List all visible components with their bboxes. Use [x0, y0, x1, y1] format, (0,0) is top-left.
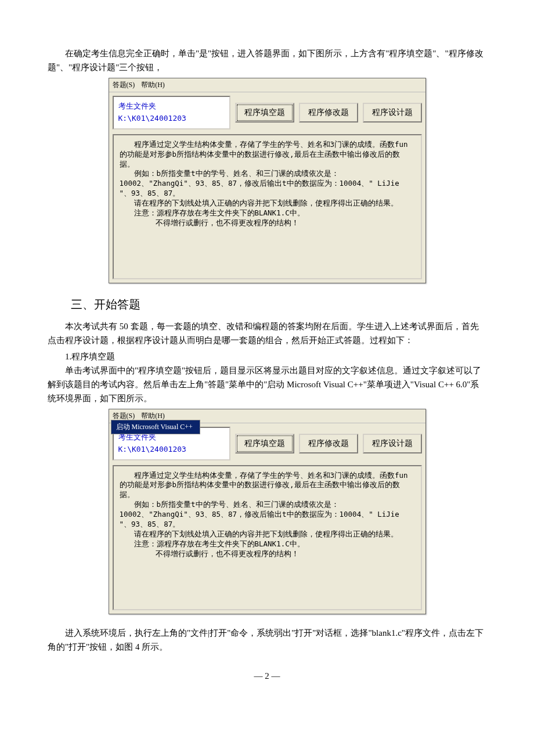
question-text-2: 程序通过定义学生结构体变量，存储了学生的学号、姓名和3门课的成绩。函数fun的功… [113, 465, 422, 610]
launch-vcpp-item[interactable]: 启动 Microsoft Visual C++ [111, 420, 200, 434]
q1-line5: 不得增行或删行，也不得更改程序的结构！ [120, 218, 415, 228]
para-fill-blank-desc: 单击考试界面中的"程序填空题"按钮后，题目显示区将显示出题目对应的文字叙述信息。… [48, 363, 486, 405]
menubar-2: 答题(S) 帮助(H) 启动 Microsoft Visual C++ [109, 409, 425, 423]
design-button-2[interactable]: 程序设计题 [363, 434, 422, 453]
q1-line1: 程序通过定义学生结构体变量，存储了学生的学号、姓名和3门课的成绩。函数fun的功… [120, 140, 415, 170]
q2-line2: 例如：b所指变量t中的学号、姓名、和三门课的成绩依次是：10002、"Zhang… [120, 500, 415, 530]
menu-help-2[interactable]: 帮助(H) [141, 412, 165, 420]
exam-window-2: 答题(S) 帮助(H) 启动 Microsoft Visual C++ 考生文件… [109, 409, 426, 614]
candidate-folder-path: 考生文件夹 K:\K01\24001203 [113, 96, 230, 129]
q2-line4: 注意：源程序存放在考生文件夹下的BLANK1.C中。 [120, 539, 415, 549]
menu-help[interactable]: 帮助(H) [141, 81, 165, 89]
page-number: — 2 — [48, 669, 486, 683]
menu-answer-2[interactable]: 答题(S) [113, 412, 135, 420]
answer-menu-dropdown: 启动 Microsoft Visual C++ [111, 420, 200, 434]
sub-title-1: 1.程序填空题 [48, 350, 486, 363]
q1-line3: 请在程序的下划线处填入正确的内容并把下划线删除，使程序得出正确的结果。 [120, 199, 415, 208]
section-3-title: 三、开始答题 [71, 295, 486, 314]
modify-button-2[interactable]: 程序修改题 [299, 434, 358, 453]
menubar-1: 答题(S) 帮助(H) [109, 78, 425, 92]
modify-button[interactable]: 程序修改题 [299, 103, 358, 123]
q1-line4: 注意：源程序存放在考生文件夹下的BLANK1.C中。 [120, 208, 415, 218]
exam-window-1: 答题(S) 帮助(H) 考生文件夹 K:\K01\24001203 程序填空题 … [109, 78, 426, 283]
q2-line3: 请在程序的下划线处填入正确的内容并把下划线删除，使程序得出正确的结果。 [120, 530, 415, 539]
para-open-file: 进入系统环境后，执行左上角的"文件|打开"命令，系统弱出"打开"对话框，选择"b… [48, 626, 486, 654]
para-overview: 本次考试共有 50 套题，每一套题的填空、改错和编程题的答案均附在后面。学生进入… [48, 319, 486, 347]
q2-line1: 程序通过定义学生结构体变量，存储了学生的学号、姓名和3门课的成绩。函数fun的功… [120, 471, 415, 501]
toolbar-1: 考生文件夹 K:\K01\24001203 程序填空题 程序修改题 程序设计题 [109, 92, 425, 133]
q1-line2: 例如：b所指变量t中的学号、姓名、和三门课的成绩依次是：10002、"Zhang… [120, 169, 415, 199]
fill-blank-button-2[interactable]: 程序填空题 [235, 434, 294, 453]
menu-answer[interactable]: 答题(S) [113, 81, 135, 89]
design-button[interactable]: 程序设计题 [363, 103, 422, 123]
question-text-1: 程序通过定义学生结构体变量，存储了学生的学号、姓名和3门课的成绩。函数fun的功… [113, 134, 422, 279]
intro-paragraph: 在确定考生信息完全正确时，单击"是"按钮，进入答题界面，如下图所示，上方含有"程… [48, 46, 486, 74]
fill-blank-button[interactable]: 程序填空题 [235, 103, 294, 123]
q2-line5: 不得增行或删行，也不得更改程序的结构！ [120, 549, 415, 559]
